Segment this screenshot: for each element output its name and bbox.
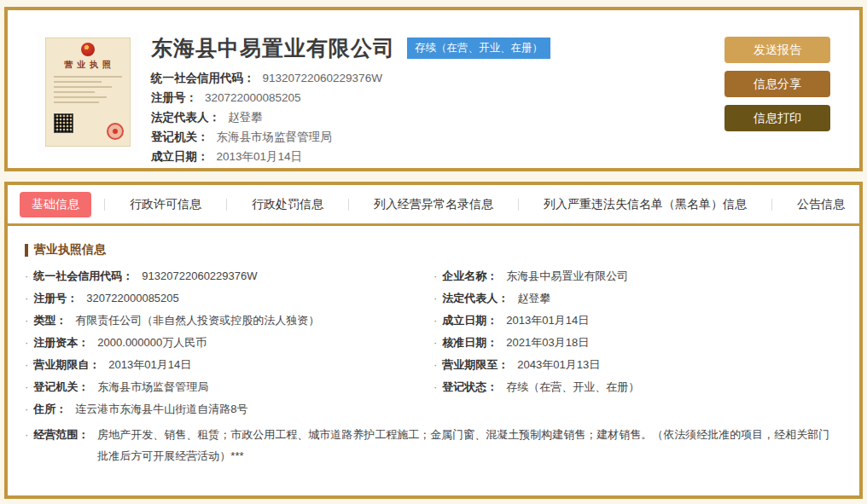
tab-divider [226,199,227,211]
field-label: 企业名称： [442,269,498,284]
header-field-credit-code: 统一社会信用代码：91320722060229376W [151,72,550,84]
company-header-card: 营 业 执 照 东海县中易置业有限公司 存续（在营、开业、在册） 统一社会信用代… [4,7,863,171]
business-license-thumbnail: 营 业 执 照 [37,32,139,152]
share-info-button[interactable]: 信息分享 [724,71,830,97]
field-value: 2043年01月13日 [517,357,600,373]
header-field-legal-rep: 法定代表人：赵登攀 [151,111,550,124]
field-registered-capital: · 注册资本： 2000.000000万人民币 [25,332,434,354]
field-label: 住所： [33,402,67,417]
field-registry-authority: · 登记机关： 东海县市场监督管理局 [25,376,434,398]
field-value: 2000.000000万人民币 [97,335,207,350]
bullet: · [434,379,437,395]
bullet: · [25,402,28,417]
tab-abnormal-operations-list[interactable]: 列入经营异常名录信息 [362,192,505,217]
license-text-lines [54,76,122,107]
company-summary: 东海县中易置业有限公司 存续（在营、开业、在册） 统一社会信用代码：913207… [151,34,550,170]
section-title: 营业执照信息 [34,242,106,258]
field-term-start: · 营业期限自： 2013年01月14日 [25,354,434,376]
right-column: · 企业名称： 东海县中易置业有限公司 · 法定代表人： 赵登攀 · 成立日期：… [434,265,842,420]
header-field-value: 东海县市场监督管理局 [217,130,332,143]
license-title: 营 业 执 照 [46,59,130,71]
header-field-established: 成立日期：2013年01月14日 [151,150,550,163]
status-badge: 存续（在营、开业、在册） [407,38,550,59]
tab-divider [348,199,349,211]
field-value: 91320722060229376W [142,269,257,284]
header-field-label: 法定代表人： [151,111,220,124]
field-label: 登记机关： [33,379,89,395]
field-label: 注册资本： [33,335,89,350]
field-value: 320722000085205 [86,291,178,306]
bullet: · [25,379,28,395]
bullet: · [25,357,28,373]
header-field-label: 登记机关： [151,130,209,143]
field-label: 营业期限至： [442,357,509,373]
license-certificate: 营 业 执 照 [45,38,131,147]
basic-info-panel: 营业执照信息 · 统一社会信用代码： 91320722060229376W · … [8,226,859,470]
company-name: 东海县中易置业有限公司 [151,34,395,62]
field-value: 房地产开发、销售、租赁；市政公用工程、城市道路养护工程施工；金属门窗、混凝土预制… [97,424,839,466]
field-value: 2013年01月14日 [108,357,191,373]
field-company-type: · 类型： 有限责任公司（非自然人投资或控股的法人独资） [25,310,434,332]
bullet: · [434,357,437,373]
field-business-scope: · 经营范围： 房地产开发、销售、租赁；市政公用工程、城市道路养护工程施工；金属… [25,420,842,470]
field-label: 登记状态： [442,379,498,395]
field-value: 有限责任公司（非自然人投资或控股的法人独资） [75,313,319,328]
tab-administrative-penalty[interactable]: 行政处罚信息 [240,192,335,217]
field-label: 注册号： [33,291,78,306]
field-address: · 住所： 连云港市东海县牛山街道自清路8号 [25,398,434,420]
section-title-row: 营业执照信息 [25,242,842,258]
header-field-reg-number: 注册号：320722000085205 [151,91,550,104]
field-registration-status: · 登记状态： 存续（在营、开业、在册） [434,376,842,398]
header-field-value: 91320722060229376W [263,72,382,84]
header-field-label: 注册号： [151,91,197,104]
bullet: · [434,269,437,284]
field-value: 2013年01月14日 [506,313,589,328]
field-company-name: · 企业名称： 东海县中易置业有限公司 [434,265,842,287]
bullet: · [25,269,28,284]
field-label: 统一社会信用代码： [33,269,133,284]
header-field-value: 2013年01月14日 [217,150,303,163]
tab-announcement[interactable]: 公告信息 [785,192,857,217]
field-label: 营业期限自： [33,357,100,373]
field-value: 2021年03月18日 [506,335,589,350]
tab-basic-info[interactable]: 基础信息 [20,192,91,217]
field-term-end: · 营业期限至： 2043年01月13日 [434,354,842,376]
tab-serious-violations-blacklist[interactable]: 列入严重违法失信名单（黑名单）信息 [532,192,759,217]
left-column: · 统一社会信用代码： 91320722060229376W · 注册号： 32… [25,265,434,420]
field-label: 核准日期： [442,335,498,350]
header-action-buttons: 发送报告 信息分享 信息打印 [724,37,830,139]
header-field-label: 统一社会信用代码： [151,72,255,84]
company-detail-card: 基础信息 行政许可信息 行政处罚信息 列入经营异常名录信息 列入严重违法失信名单… [4,182,863,499]
national-emblem-icon [81,43,95,56]
field-approval-date: · 核准日期： 2021年03月18日 [434,332,842,354]
field-reg-number: · 注册号： 320722000085205 [25,287,434,310]
field-label: 成立日期： [442,313,498,328]
bullet: · [25,313,28,328]
red-seal-icon [107,123,124,140]
section-marker [25,244,28,257]
field-value: 连云港市东海县牛山街道自清路8号 [75,402,247,417]
tab-divider [104,199,105,211]
bullet: · [25,424,28,445]
field-value: 东海县中易置业有限公司 [506,269,628,284]
tab-divider [518,199,519,211]
field-credit-code: · 统一社会信用代码： 91320722060229376W [25,265,434,287]
bullet: · [434,313,437,328]
header-field-registry: 登记机关：东海县市场监督管理局 [151,130,550,143]
field-value: 赵登攀 [517,291,550,306]
header-field-label: 成立日期： [151,150,209,163]
bullet: · [25,335,28,350]
bullet: · [434,291,437,306]
field-established-date: · 成立日期： 2013年01月14日 [434,310,842,332]
field-label: 类型： [33,313,67,328]
tab-bar: 基础信息 行政许可信息 行政处罚信息 列入经营异常名录信息 列入严重违法失信名单… [8,185,859,226]
header-field-value: 赵登攀 [228,111,263,124]
tab-administrative-license[interactable]: 行政许可信息 [118,192,213,217]
field-value: 存续（在营、开业、在册） [506,379,639,395]
header-field-value: 320722000085205 [205,91,301,104]
qr-code [54,113,73,133]
print-info-button[interactable]: 信息打印 [724,105,830,131]
bullet: · [25,291,28,306]
send-report-button[interactable]: 发送报告 [724,37,830,63]
bullet: · [434,335,437,350]
